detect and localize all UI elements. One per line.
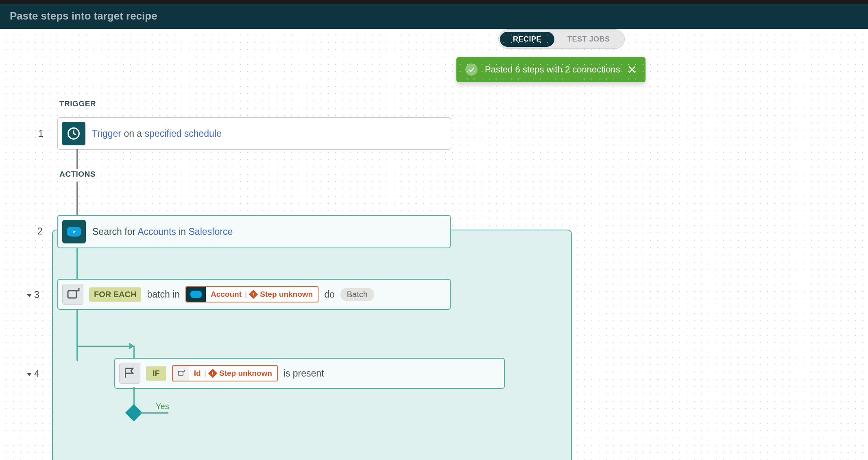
svg-rect-4 (178, 371, 183, 375)
if-step-card[interactable]: IF Id | ! Step unknown is present (114, 358, 505, 389)
connector-line (76, 149, 78, 169)
window-top-bar (0, 0, 868, 4)
datapill-id-error[interactable]: Id | ! Step unknown (172, 365, 278, 381)
batch-in-text: batch in (147, 289, 180, 300)
flag-icon (119, 363, 140, 384)
salesforce-mini-icon (186, 287, 206, 302)
warning-icon: ! (208, 369, 218, 378)
section-label-trigger: TRIGGER (59, 99, 96, 108)
step-number-4[interactable]: 4 (27, 368, 39, 379)
search-salesforce-step-card[interactable]: sf Search for Accounts in Salesforce (57, 215, 451, 248)
do-text: do (324, 289, 335, 300)
recipe-canvas[interactable]: TRIGGER 1 Trigger on a specified schedul… (0, 29, 868, 460)
decision-yes-label: Yes (156, 402, 169, 411)
search-step-text: Search for Accounts in Salesforce (92, 226, 233, 237)
foreach-badge: FOR EACH (89, 287, 141, 302)
warning-icon: ! (249, 290, 258, 299)
foreach-step-card[interactable]: FOR EACH batch in Account | ! Step unkno… (57, 279, 451, 310)
connector-line (140, 412, 168, 414)
if-badge: IF (146, 366, 166, 381)
connector-line (76, 346, 130, 347)
svg-rect-3 (68, 291, 76, 298)
trigger-step-card[interactable]: Trigger on a specified schedule (57, 117, 451, 150)
batch-badge: Batch (340, 288, 374, 301)
datapill-account-error[interactable]: Account | ! Step unknown (185, 286, 318, 302)
chevron-down-icon[interactable] (27, 294, 32, 297)
loop-icon (62, 284, 83, 305)
salesforce-icon: sf (62, 220, 86, 243)
chevron-down-icon[interactable] (27, 373, 32, 376)
section-label-actions: ACTIONS (59, 170, 96, 179)
loop-mini-icon (173, 366, 189, 381)
is-present-text: is present (284, 368, 324, 379)
trigger-step-text: Trigger on a specified schedule (92, 128, 222, 139)
step-number-1: 1 (38, 128, 44, 139)
connector-line (76, 309, 78, 361)
clock-icon (62, 122, 85, 145)
page-title: Paste steps into target recipe (10, 10, 157, 22)
step-number-3[interactable]: 3 (27, 289, 39, 300)
page-header: Paste steps into target recipe (0, 4, 868, 29)
step-number-2: 2 (37, 226, 43, 237)
